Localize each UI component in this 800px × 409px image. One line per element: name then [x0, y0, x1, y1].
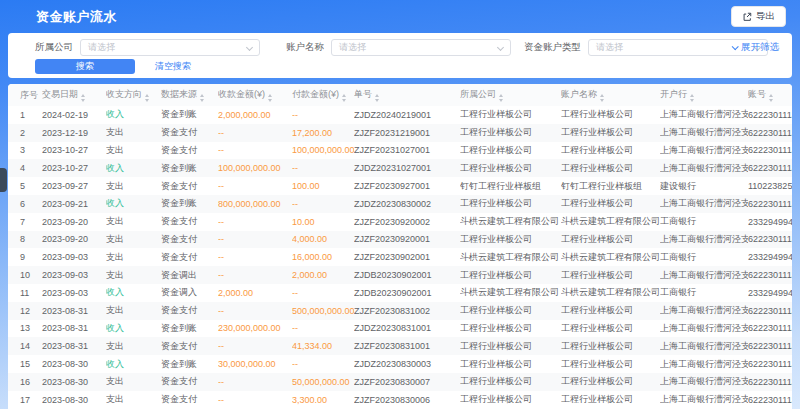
table-cell: 62223011136	[748, 195, 792, 213]
table-cell: 23329499411	[748, 284, 792, 302]
sort-icon	[81, 94, 85, 101]
table-cell: 10	[8, 266, 42, 284]
search-button[interactable]: 搜索	[35, 59, 135, 74]
table-cell: 工程行业样板公司	[561, 302, 660, 320]
table-cell: 62223011136	[748, 320, 792, 338]
table-cell: ZJDZ20230830003	[354, 355, 460, 373]
column-label: 付款金额(¥)	[292, 89, 339, 99]
table-cell: 资金到账	[161, 106, 218, 124]
column-label: 开户行	[660, 89, 687, 99]
column-header: 序号	[8, 84, 42, 106]
table-cell: 上海工商银行漕河泾支行	[660, 373, 748, 391]
column-header[interactable]: 交易日期	[42, 84, 106, 106]
table-cell: 支出	[106, 266, 161, 284]
table-cell: ZJDB20230902001	[354, 284, 460, 302]
column-header[interactable]: 单号	[354, 84, 460, 106]
table-cell: 50,000,000.00	[292, 373, 354, 391]
table-cell: 11022382521	[748, 177, 792, 195]
table-cell: 2,000.00	[292, 266, 354, 284]
table-cell: 62223011136	[748, 355, 792, 373]
table-cell: 工程行业样板公司	[460, 106, 561, 124]
table-cell: 工程行业样板公司	[561, 391, 660, 409]
table-cell: --	[218, 248, 292, 266]
table-cell: 5	[8, 177, 42, 195]
table-cell: 上海工商银行漕河泾支行	[660, 391, 748, 409]
column-label: 单号	[354, 89, 372, 99]
table-cell: 上海工商银行漕河泾支行	[660, 355, 748, 373]
table-cell: ZJDZ20240219001	[354, 106, 460, 124]
column-header[interactable]: 所属公司	[460, 84, 561, 106]
table-cell: 10.00	[292, 213, 354, 231]
table-cell: 2023-10-27	[42, 142, 106, 160]
table-row: 12024-02-19收入资金到账2,000,000.00--ZJDZ20240…	[8, 106, 792, 124]
table-cell: 支出	[106, 302, 161, 320]
page-title: 资金账户流水	[36, 8, 117, 26]
column-header[interactable]: 数据来源	[161, 84, 218, 106]
column-header[interactable]: 收支方向	[106, 84, 161, 106]
table-cell: 上海工商银行漕河泾支行	[660, 106, 748, 124]
column-label: 交易日期	[42, 89, 78, 99]
table-cell: ZJZF20230831001	[354, 337, 460, 355]
sidebar-collapse-handle[interactable]	[0, 168, 7, 192]
table-cell: 2023-09-21	[42, 195, 106, 213]
table-cell: 62223011136	[748, 106, 792, 124]
table-cell: 资金支付	[161, 142, 218, 160]
column-header[interactable]: 账户名称	[561, 84, 660, 106]
table-cell: 2024-02-19	[42, 106, 106, 124]
expand-filter-link[interactable]: 展开筛选	[732, 39, 779, 56]
table-cell: 23329499411	[748, 213, 792, 231]
table-cell: 工程行业样板公司	[460, 124, 561, 142]
table-cell: 上海工商银行漕河泾支行	[660, 231, 748, 249]
select-placeholder: 请选择	[339, 41, 366, 54]
table-row: 122023-08-31支出资金支付--500,000,000.00ZJZF20…	[8, 302, 792, 320]
export-button[interactable]: 导出	[731, 6, 786, 27]
table-cell: 2023-09-27	[42, 177, 106, 195]
table-cell: 62223011136	[748, 266, 792, 284]
table-row: 42023-10-27收入资金到账100,000,000.00--ZJDZ202…	[8, 159, 792, 177]
table-cell: 17	[8, 391, 42, 409]
table-cell: 工程行业样板公司	[561, 106, 660, 124]
table-cell: 7	[8, 213, 42, 231]
filter-select[interactable]: 请选择	[331, 39, 511, 56]
column-header[interactable]: 付款金额(¥)	[292, 84, 354, 106]
table-row: 172023-08-30支出资金支付--3,300.00ZJZF20230830…	[8, 391, 792, 409]
table-cell: 1	[8, 106, 42, 124]
table-cell: --	[292, 284, 354, 302]
column-label: 数据来源	[161, 89, 197, 99]
table-cell: --	[218, 231, 292, 249]
table-cell: --	[292, 355, 354, 373]
table-cell: 62223011136	[748, 142, 792, 160]
table-cell: 工程行业样板公司	[460, 373, 561, 391]
table-cell: 工程行业样板公司	[561, 337, 660, 355]
table-cell: 100,000,000.00	[292, 142, 354, 160]
table-cell: 斗栱云建筑工程有限公司	[460, 284, 561, 302]
table-cell: 支出	[106, 213, 161, 231]
table-cell: 3	[8, 142, 42, 160]
sort-icon	[145, 94, 149, 101]
table-cell: 15	[8, 355, 42, 373]
table-cell: 2023-09-03	[42, 248, 106, 266]
filter-row: 所属公司请选择账户名称请选择资金账户类型请选择 展开筛选	[8, 39, 792, 56]
table-cell: ZJDZ20230830002	[354, 195, 460, 213]
column-header[interactable]: 收款金额(¥)	[218, 84, 292, 106]
clear-search-link[interactable]: 清空搜索	[155, 60, 191, 73]
table-cell: 2,000.00	[218, 284, 292, 302]
table-cell: 8	[8, 231, 42, 249]
sort-icon	[200, 94, 204, 101]
table-row: 142023-08-31支出资金支付--41,334.00ZJZF2023083…	[8, 337, 792, 355]
table-card: 序号交易日期收支方向数据来源收款金额(¥)付款金额(¥)单号所属公司账户名称开户…	[8, 84, 792, 409]
table-cell: 资金调入	[161, 284, 218, 302]
table-cell: --	[292, 159, 354, 177]
table-cell: 斗栱云建筑工程有限公司	[460, 213, 561, 231]
table-cell: 工商银行	[660, 284, 748, 302]
table-cell: 2023-09-03	[42, 284, 106, 302]
table-cell: 工程行业样板公司	[460, 231, 561, 249]
filter-select[interactable]: 请选择	[80, 39, 260, 56]
table-cell: --	[292, 195, 354, 213]
table-cell: 支出	[106, 337, 161, 355]
column-header[interactable]: 开户行	[660, 84, 748, 106]
table-cell: --	[292, 106, 354, 124]
table-cell: 上海工商银行漕河泾支行	[660, 337, 748, 355]
column-header[interactable]: 账号	[748, 84, 792, 106]
table-cell: 资金支付	[161, 391, 218, 409]
